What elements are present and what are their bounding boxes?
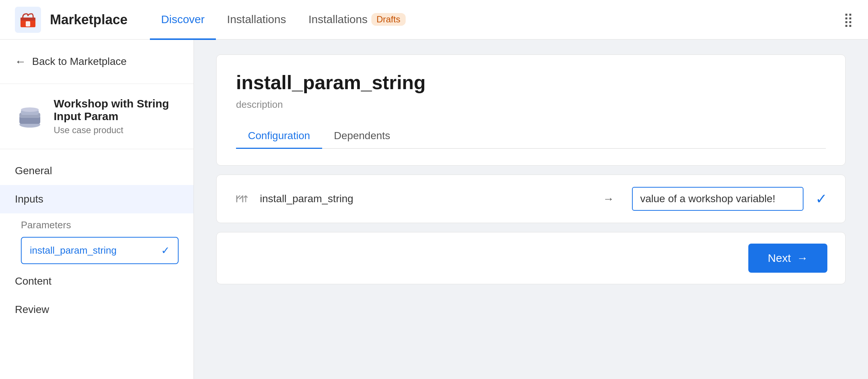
param-type-icon — [235, 192, 248, 206]
detail-title: install_param_string — [236, 71, 826, 94]
config-card: install_param_string → ✓ — [216, 175, 846, 223]
product-header: Workshop with String Input Param Use cas… — [0, 84, 194, 149]
drafts-badge: Drafts — [371, 13, 406, 26]
detail-tabs: Configuration Dependents — [236, 124, 826, 149]
tab-drafts[interactable]: Installations Drafts — [297, 0, 416, 40]
back-arrow-icon: ← — [15, 55, 26, 68]
sidebar-section-content[interactable]: Content — [0, 267, 194, 295]
sidebar: ← Back to Marketplace Workshop with Stri… — [0, 40, 194, 379]
nav-logo — [15, 7, 41, 33]
svg-rect-1 — [21, 18, 35, 21]
config-param-name: install_param_string — [260, 193, 585, 205]
sidebar-section-general[interactable]: General — [0, 157, 194, 185]
grid-icon[interactable]: ⣿ — [843, 12, 853, 28]
nav-title: Marketplace — [50, 12, 128, 28]
param-item[interactable]: install_param_string ✓ — [21, 237, 179, 264]
product-subtitle: Use case product — [54, 125, 179, 135]
sidebar-nav: General Inputs Parameters install_param_… — [0, 149, 194, 331]
config-arrow: → — [597, 192, 620, 205]
svg-rect-2 — [26, 21, 30, 26]
parameters-label: Parameters — [0, 213, 194, 234]
next-arrow-icon: → — [797, 252, 808, 264]
tab-installations[interactable]: Installations — [216, 0, 297, 40]
product-icon — [15, 101, 45, 131]
sidebar-section-inputs[interactable]: Inputs — [0, 185, 194, 213]
top-nav: Marketplace Discover Installations Insta… — [0, 0, 868, 40]
product-info: Workshop with String Input Param Use cas… — [54, 97, 179, 135]
svg-point-7 — [21, 107, 39, 112]
tab-dependents[interactable]: Dependents — [322, 125, 402, 149]
config-value-input[interactable] — [632, 187, 803, 211]
config-row: install_param_string → ✓ — [217, 175, 845, 223]
next-button[interactable]: Next → — [748, 244, 827, 273]
product-detail-card: install_param_string description Configu… — [216, 54, 846, 166]
param-check-icon: ✓ — [161, 244, 170, 257]
sidebar-section-review[interactable]: Review — [0, 295, 194, 324]
tab-discover[interactable]: Discover — [150, 0, 216, 40]
nav-tabs: Discover Installations Installations Dra… — [150, 0, 417, 39]
detail-description: description — [236, 99, 826, 110]
back-to-marketplace[interactable]: ← Back to Marketplace — [0, 40, 194, 84]
tab-configuration[interactable]: Configuration — [236, 125, 322, 149]
content-area: install_param_string description Configu… — [194, 40, 868, 379]
config-confirm-icon[interactable]: ✓ — [815, 191, 827, 207]
product-name: Workshop with String Input Param — [54, 97, 179, 123]
main-layout: ← Back to Marketplace Workshop with Stri… — [0, 40, 868, 379]
next-card: Next → — [216, 232, 846, 284]
